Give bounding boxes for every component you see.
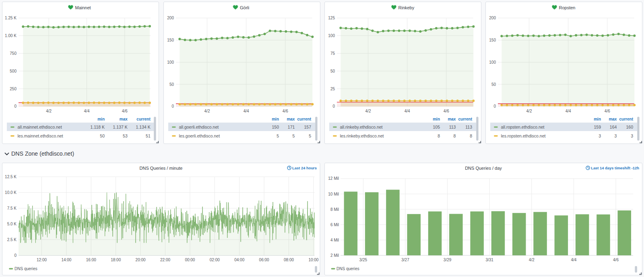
svg-text:125: 125: [328, 16, 335, 20]
svg-text:159: 159: [594, 125, 601, 129]
svg-text:4/4: 4/4: [405, 109, 410, 113]
svg-text:all.ropsten.ethdisco.net: all.ropsten.ethdisco.net: [501, 125, 545, 129]
svg-text:les.goerli.ethdisco.net: les.goerli.ethdisco.net: [179, 133, 220, 138]
svg-text:160: 160: [626, 125, 633, 129]
svg-text:Last 14 days timeshift -12h: Last 14 days timeshift -12h: [591, 166, 639, 170]
svg-text:06:00: 06:00: [259, 258, 269, 262]
svg-text:1.134 K: 1.134 K: [136, 125, 151, 129]
svg-text:3: 3: [631, 133, 633, 138]
svg-text:7.5 K: 7.5 K: [7, 206, 17, 210]
svg-text:04:00: 04:00: [234, 258, 244, 262]
svg-text:10:00: 10:00: [308, 258, 318, 262]
svg-text:50: 50: [100, 133, 105, 138]
svg-text:100: 100: [489, 60, 496, 65]
svg-text:les.ropsten.ethdisco.net: les.ropsten.ethdisco.net: [501, 133, 546, 138]
svg-text:0: 0: [14, 104, 17, 108]
svg-text:25: 25: [330, 87, 335, 91]
svg-text:50: 50: [330, 69, 335, 73]
svg-text:max: max: [287, 117, 295, 121]
svg-text:les.rinkeby.ethdisco.net: les.rinkeby.ethdisco.net: [340, 133, 384, 138]
svg-text:Ropsten: Ropsten: [559, 5, 576, 10]
svg-text:5: 5: [293, 133, 295, 138]
svg-text:12.5 K: 12.5 K: [5, 175, 17, 179]
svg-text:12 Mil: 12 Mil: [328, 176, 339, 181]
svg-text:0: 0: [171, 104, 174, 108]
svg-text:max: max: [120, 117, 128, 121]
svg-text:4/2: 4/2: [365, 109, 371, 113]
svg-text:12:00: 12:00: [37, 258, 47, 262]
svg-text:Mainnet: Mainnet: [75, 5, 91, 10]
svg-text:5: 5: [309, 133, 311, 138]
svg-text:Rinkeby: Rinkeby: [398, 5, 415, 10]
svg-text:3/31: 3/31: [485, 258, 493, 262]
svg-text:6 Mil: 6 Mil: [330, 223, 339, 227]
svg-text:5.0 K: 5.0 K: [7, 222, 17, 226]
svg-text:10.0 K: 10.0 K: [5, 190, 17, 195]
svg-text:105: 105: [433, 125, 440, 129]
svg-text:250: 250: [10, 87, 17, 91]
svg-text:all.rinkeby.ethdisco.net: all.rinkeby.ethdisco.net: [340, 125, 383, 129]
svg-text:1.25 K: 1.25 K: [5, 16, 17, 20]
svg-text:164: 164: [610, 125, 617, 129]
svg-text:4/6: 4/6: [605, 109, 610, 113]
svg-text:2 Mil: 2 Mil: [330, 253, 339, 258]
svg-text:171: 171: [288, 125, 295, 129]
svg-text:3/27: 3/27: [401, 258, 409, 262]
svg-text:0: 0: [493, 104, 496, 108]
svg-text:18:00: 18:00: [111, 258, 121, 262]
svg-text:20:00: 20:00: [136, 258, 146, 262]
svg-text:157: 157: [304, 125, 311, 129]
svg-text:8 Mil: 8 Mil: [330, 207, 339, 212]
svg-text:75: 75: [330, 51, 335, 56]
svg-text:min: min: [433, 117, 440, 121]
svg-text:00:00: 00:00: [185, 258, 195, 262]
svg-text:113: 113: [449, 125, 456, 129]
svg-text:0: 0: [332, 104, 335, 108]
svg-text:4/2: 4/2: [46, 109, 52, 113]
svg-text:100: 100: [328, 33, 335, 38]
svg-text:500: 500: [10, 69, 17, 73]
svg-text:current: current: [136, 117, 151, 121]
svg-text:all.goerli.ethdisco.net: all.goerli.ethdisco.net: [179, 125, 219, 129]
svg-text:08:00: 08:00: [284, 258, 294, 262]
svg-text:Last 24 hours: Last 24 hours: [292, 166, 317, 170]
svg-text:22:00: 22:00: [160, 258, 170, 262]
svg-text:100: 100: [167, 60, 174, 65]
svg-text:1.00 K: 1.00 K: [5, 33, 17, 38]
svg-text:Görli: Görli: [240, 5, 249, 10]
svg-text:3: 3: [615, 133, 617, 138]
svg-text:1.137 K: 1.137 K: [113, 125, 128, 129]
svg-text:200: 200: [489, 16, 496, 20]
svg-text:DNS Zone (ethdisco.net): DNS Zone (ethdisco.net): [11, 150, 74, 157]
svg-text:5: 5: [277, 133, 279, 138]
svg-text:8: 8: [470, 133, 472, 138]
svg-text:4/4: 4/4: [84, 109, 90, 113]
svg-text:min: min: [272, 117, 279, 121]
svg-text:DNS Queries / minute: DNS Queries / minute: [140, 166, 183, 171]
svg-text:10 Mil: 10 Mil: [328, 192, 339, 196]
svg-text:max: max: [609, 117, 617, 121]
svg-text:current: current: [297, 117, 312, 121]
svg-text:150: 150: [272, 125, 279, 129]
svg-text:4 Mil: 4 Mil: [330, 238, 339, 242]
svg-text:4/2: 4/2: [204, 109, 210, 113]
svg-text:8: 8: [438, 133, 440, 138]
svg-text:02:00: 02:00: [210, 258, 220, 262]
svg-text:min: min: [97, 117, 105, 121]
svg-text:DNS Queries / day: DNS Queries / day: [465, 166, 502, 171]
svg-text:all.mainnet.ethdisco.net: all.mainnet.ethdisco.net: [18, 125, 62, 129]
svg-text:3/29: 3/29: [444, 258, 452, 262]
svg-text:4/2: 4/2: [526, 109, 532, 113]
svg-text:0: 0: [14, 253, 17, 258]
svg-text:750: 750: [10, 51, 17, 56]
svg-text:4/2: 4/2: [529, 258, 535, 262]
svg-text:4/6: 4/6: [613, 258, 619, 262]
svg-text:les.mainnet.ethdisco.net: les.mainnet.ethdisco.net: [18, 133, 63, 138]
svg-text:4/4: 4/4: [571, 258, 576, 262]
svg-text:DNS queries: DNS queries: [336, 267, 359, 271]
svg-text:53: 53: [123, 133, 128, 138]
svg-text:16:00: 16:00: [86, 258, 96, 262]
svg-text:150: 150: [167, 38, 174, 42]
svg-text:4/6: 4/6: [122, 109, 128, 113]
svg-text:4/4: 4/4: [244, 109, 249, 113]
